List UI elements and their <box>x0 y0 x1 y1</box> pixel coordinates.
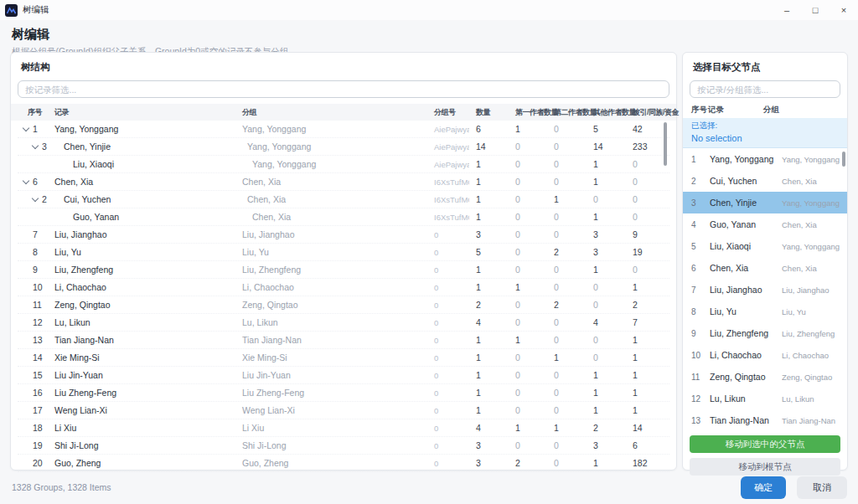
tree-row[interactable]: 10Li, ChaochaoLi, Chaochao011001 <box>18 279 669 296</box>
tree-row[interactable]: 4Guo, YananChen, XiaI6XsTufMCBe10010 <box>18 208 669 226</box>
tree-seq-cell: 8 <box>18 247 49 257</box>
row-record: Tian Jiang-Nan <box>710 415 782 425</box>
row-group-id: 0 <box>426 265 469 275</box>
tree-seq-cell: 18 <box>18 423 49 433</box>
row-group: Li Xiu <box>235 423 426 433</box>
tree-row[interactable]: 15Liu Jin-YuanLiu Jin-Yuan010011 <box>18 367 669 384</box>
row-metric: 0 <box>547 370 587 380</box>
page-title: 树编辑 <box>12 27 846 43</box>
row-record: Guo, Yanan <box>49 212 235 222</box>
target-scrollbar[interactable] <box>842 152 845 167</box>
move-to-root-button[interactable]: 移动到根节点 <box>690 458 840 476</box>
target-row[interactable]: 9Liu, ZhengfengLiu, Zhengfeng <box>683 322 847 344</box>
row-seq: 2 <box>691 177 710 186</box>
target-row[interactable]: 7Liu, JianghaoLiu, Jianghao <box>683 279 847 301</box>
tree-row[interactable]: 7Liu, JianghaoLiu, Jianghao030039 <box>18 226 669 244</box>
tree-row[interactable]: 14Xie Ming-SiXie Ming-Si010101 <box>18 349 669 367</box>
row-metric: 2 <box>547 247 587 257</box>
row-metric: 1 <box>587 458 626 468</box>
maximize-icon[interactable]: □ <box>801 0 830 20</box>
tree-seq-cell: 11 <box>18 300 49 310</box>
target-row[interactable]: 11Zeng, QingtaoZeng, Qingtao <box>683 366 847 388</box>
row-metric: 1 <box>509 124 547 134</box>
row-record: Yang, Yonggang <box>49 124 235 134</box>
target-row[interactable]: 8Liu, YuLiu, Yu <box>683 301 847 322</box>
tree-row[interactable]: 20Guo, ZhengGuo, Zheng03201182 <box>18 455 669 472</box>
target-filter-input[interactable] <box>690 80 840 98</box>
tree-row[interactable]: 16Liu Zheng-FengLiu Zheng-Feng010011 <box>18 384 669 402</box>
row-metric: 4 <box>587 317 626 327</box>
tree-row[interactable]: 12Lu, LikunLu, Likun040047 <box>18 314 669 332</box>
row-group: Lu, Likun <box>782 394 847 404</box>
row-record: Liu, Zhengfeng <box>49 265 235 275</box>
row-metric: 0 <box>547 282 587 292</box>
chevron-down-icon[interactable] <box>23 126 29 132</box>
row-group-id: 0 <box>426 248 469 257</box>
tree-row[interactable]: 3Chen, YinjieYang, YonggangAiePajwyayL14… <box>18 138 669 156</box>
tree-row[interactable]: 9Liu, ZhengfengLiu, Zhengfeng010010 <box>18 261 669 279</box>
row-metric: 1 <box>469 159 509 169</box>
row-group: Yang, Yonggang <box>235 141 426 152</box>
tree-row[interactable]: 13Tian Jiang-NanTian Jiang-Nan011001 <box>18 332 669 349</box>
row-metric: 14 <box>626 423 669 433</box>
chevron-down-icon[interactable] <box>32 196 39 203</box>
tree-seq-cell: 1 <box>18 124 49 134</box>
row-group: Liu, Yu <box>782 307 847 316</box>
target-row[interactable]: 2Cui, YuchenChen, Xia <box>683 170 847 192</box>
row-metric: 1 <box>626 335 669 345</box>
row-seq: 11 <box>33 300 42 310</box>
chevron-down-icon[interactable] <box>32 143 39 150</box>
row-seq: 13 <box>33 335 43 345</box>
tree-seq-cell: 13 <box>18 335 49 345</box>
tree-panel-title: 树结构 <box>21 61 669 74</box>
tree-row[interactable]: 19Shi Ji-LongShi Ji-Long030036 <box>18 437 669 455</box>
tree-row[interactable]: 18Li XiuLi Xiu0411214 <box>18 419 669 437</box>
row-group: Li, Chaochao <box>235 282 426 292</box>
selection-info-box: 已选择: No selection <box>683 118 847 148</box>
tree-seq-cell: 9 <box>18 265 49 275</box>
row-group: Liu, Zhengfeng <box>782 329 847 338</box>
row-metric: 0 <box>509 194 547 204</box>
row-seq: 7 <box>691 285 710 295</box>
row-group: Chen, Xia <box>235 212 426 222</box>
row-record: Xie Ming-Si <box>49 352 235 363</box>
col-count: 数量 <box>469 107 509 118</box>
row-metric: 1 <box>587 405 626 415</box>
tree-row[interactable]: 2Cui, YuchenChen, XiaI6XsTufMCBe10100 <box>18 191 669 208</box>
chevron-down-icon[interactable] <box>23 178 29 185</box>
target-row[interactable]: 13Tian Jiang-NanTian Jiang-Nan <box>683 409 847 431</box>
row-metric: 0 <box>509 352 547 363</box>
row-metric: 1 <box>469 194 509 204</box>
tree-row[interactable]: 11Zeng, QingtaoZeng, Qingtao020202 <box>18 296 669 314</box>
tree-row[interactable]: 5Liu, XiaoqiYang, YonggangAiePajwyayL100… <box>18 156 669 173</box>
row-metric: 0 <box>509 247 547 257</box>
ok-button[interactable]: 确定 <box>741 476 786 499</box>
tree-row[interactable]: 1Yang, YonggangYang, YonggangAiePajwyayL… <box>18 121 669 138</box>
target-row[interactable]: 5Liu, XiaoqiYang, Yonggang <box>683 235 847 257</box>
move-to-parent-button[interactable]: 移动到选中的父节点 <box>690 435 840 453</box>
col-group: 分组 <box>235 107 426 118</box>
row-group: Liu Zheng-Feng <box>235 388 426 398</box>
tree-row[interactable]: 8Liu, YuLiu, Yu0502319 <box>18 244 669 261</box>
row-metric: 5 <box>469 247 509 257</box>
target-row[interactable]: 12Lu, LikunLu, Likun <box>683 388 847 409</box>
tree-row[interactable]: 6Chen, XiaChen, XiaI6XsTufMCBe10010 <box>18 173 669 191</box>
tree-scrollbar[interactable] <box>664 122 667 166</box>
target-row[interactable]: 6Chen, XiaChen, Xia <box>683 257 847 279</box>
tree-seq-cell: 16 <box>18 388 49 398</box>
target-row[interactable]: 1Yang, YonggangYang, Yonggang <box>683 148 847 170</box>
tree-filter-input[interactable] <box>18 80 669 98</box>
row-metric: 0 <box>509 212 547 222</box>
col-second-author: 第二作者数量 <box>547 107 587 118</box>
tree-table-header: 序号 记录 分组 分组号 数量 第一作者数量 第二作者数量 其他作者数量 被引/… <box>11 104 676 121</box>
tree-row[interactable]: 17Weng Lian-XiWeng Lian-Xi010011 <box>18 402 669 419</box>
cancel-button[interactable]: 取消 <box>797 476 847 499</box>
target-row[interactable]: 3Chen, YinjieYang, Yonggang <box>683 192 847 213</box>
minimize-icon[interactable]: – <box>773 0 801 20</box>
row-metric: 0 <box>547 229 587 239</box>
target-row[interactable]: 10Li, ChaochaoLi, Chaochao <box>683 344 847 366</box>
row-group-id: 0 <box>426 353 469 363</box>
target-row[interactable]: 4Guo, YananChen, Xia <box>683 213 847 235</box>
close-icon[interactable]: × <box>830 0 858 20</box>
row-record: Shi Ji-Long <box>49 440 235 450</box>
